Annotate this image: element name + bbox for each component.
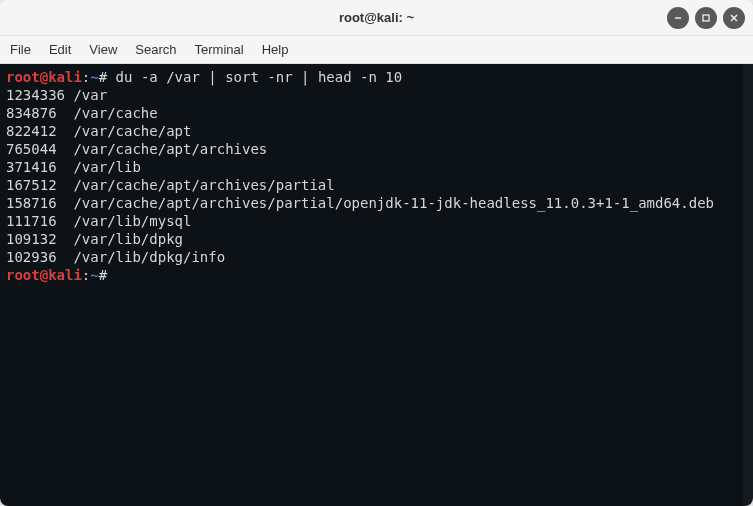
cursor-space xyxy=(107,267,115,283)
terminal-area[interactable]: root@kali:~# du -a /var | sort -nr | hea… xyxy=(0,64,753,506)
command-text: du -a /var | sort -nr | head -n 10 xyxy=(107,69,402,85)
svg-rect-1 xyxy=(703,15,709,21)
scrollbar[interactable] xyxy=(743,64,753,506)
window-controls xyxy=(667,7,745,29)
menu-edit[interactable]: Edit xyxy=(49,42,71,57)
output-line: 167512 /var/cache/apt/archives/partial xyxy=(6,176,747,194)
output-line: 102936 /var/lib/dpkg/info xyxy=(6,248,747,266)
menu-help[interactable]: Help xyxy=(262,42,289,57)
output-line: 111716 /var/lib/mysql xyxy=(6,212,747,230)
output-line: 822412 /var/cache/apt xyxy=(6,122,747,140)
menu-file[interactable]: File xyxy=(10,42,31,57)
prompt-line-2: root@kali:~# xyxy=(6,267,116,283)
terminal-window: root@kali: ~ File Edit View Search Termi… xyxy=(0,0,753,506)
output-line: 765044 /var/cache/apt/archives xyxy=(6,140,747,158)
prompt-user: root@kali xyxy=(6,69,82,85)
menu-terminal[interactable]: Terminal xyxy=(195,42,244,57)
output-line: 834876 /var/cache xyxy=(6,104,747,122)
menu-search[interactable]: Search xyxy=(135,42,176,57)
prompt-user: root@kali xyxy=(6,267,82,283)
maximize-button[interactable] xyxy=(695,7,717,29)
menubar: File Edit View Search Terminal Help xyxy=(0,36,753,64)
prompt-line-1: root@kali:~# du -a /var | sort -nr | hea… xyxy=(6,68,747,86)
window-title: root@kali: ~ xyxy=(339,10,414,25)
minimize-button[interactable] xyxy=(667,7,689,29)
output-line: 109132 /var/lib/dpkg xyxy=(6,230,747,248)
prompt-path: ~ xyxy=(90,69,98,85)
close-button[interactable] xyxy=(723,7,745,29)
prompt-hash: # xyxy=(99,267,107,283)
output-line: 1234336 /var xyxy=(6,86,747,104)
prompt-hash: # xyxy=(99,69,107,85)
maximize-icon xyxy=(701,13,711,23)
minimize-icon xyxy=(673,13,683,23)
titlebar: root@kali: ~ xyxy=(0,0,753,36)
prompt-path: ~ xyxy=(90,267,98,283)
output-line: 371416 /var/lib xyxy=(6,158,747,176)
output-line: 158716 /var/cache/apt/archives/partial/o… xyxy=(6,194,747,212)
command-value: du -a /var | sort -nr | head -n 10 xyxy=(116,69,403,85)
close-icon xyxy=(729,13,739,23)
menu-view[interactable]: View xyxy=(89,42,117,57)
